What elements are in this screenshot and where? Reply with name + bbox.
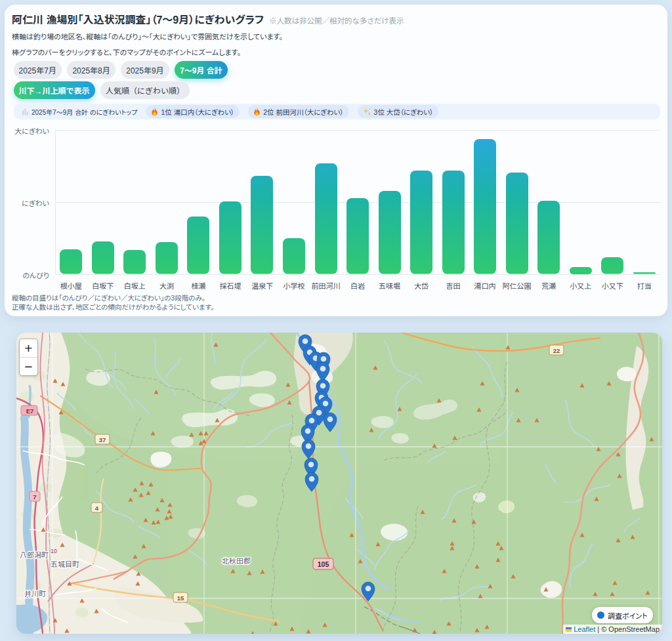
svg-text:7: 7 — [33, 493, 36, 501]
svg-text:井川町: 井川町 — [24, 588, 46, 598]
svg-text:37: 37 — [99, 436, 106, 444]
svg-text:105: 105 — [318, 560, 329, 568]
svg-text:E7: E7 — [26, 407, 34, 415]
svg-text:15: 15 — [177, 594, 184, 602]
svg-text:八郎潟町: 八郎潟町 — [20, 549, 49, 560]
svg-text:北秋田郡: 北秋田郡 — [222, 555, 251, 566]
svg-text:五城目町: 五城目町 — [51, 558, 79, 569]
svg-text:10: 10 — [51, 548, 57, 554]
svg-text:4: 4 — [95, 505, 99, 512]
svg-text:22: 22 — [553, 347, 560, 354]
